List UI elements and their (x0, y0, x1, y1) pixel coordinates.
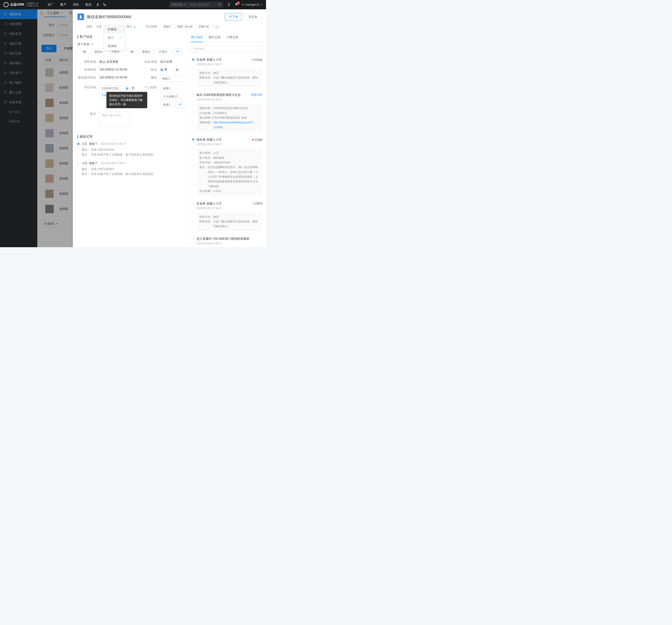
customer-tag[interactable]: 高意向 (92, 49, 106, 55)
log-item: 小王更新了2021/01/30 01:38:27微信：空值-1367218282… (77, 142, 187, 157)
timeline-dot (77, 143, 79, 145)
top-nav: 云朵CRM 教育机构一站式服务云平台 推广 客户 质检 数据 手机号码▼ (0, 0, 266, 9)
place-order-button[interactable]: 代下单 (225, 13, 242, 21)
phone-card-icon[interactable]: ▦ (126, 87, 128, 90)
phone-icon[interactable] (103, 3, 106, 7)
search-group: 手机号码▼ (169, 2, 223, 8)
activity-item: 报名单 创建人小王已失败2020/01/30 01:38:27客户经理：小王客户… (192, 138, 262, 196)
section-change-log: 修改记录 (77, 134, 187, 139)
customer-icon (77, 14, 84, 20)
personal-tag[interactable]: 标签1 (160, 102, 173, 108)
personal-tag[interactable]: 个人标签12 (160, 94, 181, 100)
tag-label: 客户标签 (77, 42, 90, 46)
svg-point-1 (218, 3, 220, 5)
logo-text: 云朵CRM (10, 3, 24, 7)
svg-point-3 (229, 5, 229, 5)
tab-data[interactable]: 数据 (86, 3, 92, 7)
personal-tag[interactable]: 标签1 (160, 85, 173, 92)
tag-more[interactable]: +4 (173, 49, 182, 55)
group-more[interactable]: +4 (213, 25, 220, 29)
activity-filter[interactable]: 全部动态⌄ (191, 45, 262, 52)
customer-tag[interactable]: 中意向 (156, 49, 170, 55)
tab-qc[interactable]: 质检 (73, 3, 79, 7)
log-item: 小王更新了2021/01/30 01:38:27微信：空值-1367218282… (77, 161, 187, 176)
dropdown-item[interactable]: 俱保咏 (104, 42, 125, 50)
edit-tags-icon[interactable]: ✎ (92, 43, 94, 46)
activity-item: 定金单 创建人小王已取消2020/01/30 01:38:27跟单方式：电话跟单… (192, 201, 262, 231)
rtab-chat[interactable]: 聊天记录 (209, 35, 221, 42)
deposit-button[interactable]: 交定金 (244, 13, 261, 21)
group-chip[interactable]: 群聊三 (162, 24, 173, 29)
bell-icon[interactable]: 5 (235, 3, 238, 7)
status-dot (242, 4, 244, 5)
search-input[interactable] (188, 3, 216, 6)
manager-dropdown: 师馨薇 张三✓ 俱保咏 (104, 25, 125, 50)
logo-subtitle: 教育机构一站式服务云平台 (25, 2, 38, 7)
customer-drawer: 微信名称6789990000966 代下单 交定金 昵称：小王 | 客户经理：张… (73, 9, 266, 247)
timeline-dot (192, 139, 194, 141)
activity-item: 购买 4399理财课进阶课程大礼包查看详情2021/01/30 01:38:27… (192, 93, 262, 132)
group-chip[interactable]: 群聊一群大群 (175, 24, 195, 29)
phone-copy-icon[interactable] (131, 86, 135, 91)
activity-item: 定金单 创建人小王已完成2020/01/30 01:38:27跟单方式：电话跟单… (192, 58, 262, 87)
radio-female[interactable]: 女 (171, 68, 179, 72)
topnav-tabs: 推广 客户 质检 数据 (48, 3, 92, 7)
phone-tooltip: 查询到此手机号码在系统中已存在，可以将两条客户数据合并为一条 (106, 92, 147, 108)
svg-rect-14 (133, 88, 135, 89)
phone-input[interactable] (99, 85, 130, 92)
customer-title: 微信名称6789990000966 (87, 14, 131, 20)
timeline-dot (192, 94, 194, 96)
user-menu[interactable]: manager11 ▼ (242, 3, 263, 6)
rtab-activity[interactable]: 客户动态 (191, 35, 203, 42)
timeline-dot (192, 238, 194, 240)
timeline-dot (192, 202, 194, 204)
radio-male[interactable]: 男 (160, 68, 167, 72)
customer-tag[interactable]: 一般 (77, 49, 89, 55)
view-detail-link[interactable]: 查看详情 (251, 93, 262, 97)
svg-point-0 (97, 3, 98, 4)
dropdown-item[interactable]: 师馨薇 (104, 25, 125, 33)
note-textarea[interactable]: 请输入备注内容 (99, 112, 130, 128)
customer-tag[interactable]: 高意向 (139, 49, 153, 55)
wechat-input[interactable] (160, 76, 187, 82)
dropdown-item[interactable]: 张三✓ (104, 33, 125, 42)
timeline-dot (77, 162, 79, 164)
timeline-dot (192, 58, 194, 60)
rtab-orders[interactable]: 订单记录 (226, 35, 238, 42)
tab-promo[interactable]: 推广 (48, 3, 54, 7)
phone-device-icon[interactable] (227, 3, 231, 7)
activity-item: 进入直播间 759-59班第三期理财直播课2021/01/30 01:38:27… (192, 237, 262, 247)
customer-tag[interactable]: 一般 (125, 49, 137, 55)
user-icon[interactable] (96, 3, 99, 7)
ptag-more[interactable]: +4 (175, 102, 185, 108)
section-customer-info: 客户信息 (77, 35, 187, 39)
search-button[interactable] (216, 3, 223, 7)
tab-customer[interactable]: 客户 (60, 3, 66, 7)
group-chip[interactable]: 群聊六群 (197, 24, 211, 29)
logo-icon (3, 2, 9, 7)
logo: 云朵CRM 教育机构一站式服务云平台 (3, 2, 38, 7)
search-type-select[interactable]: 手机号码▼ (169, 3, 188, 7)
